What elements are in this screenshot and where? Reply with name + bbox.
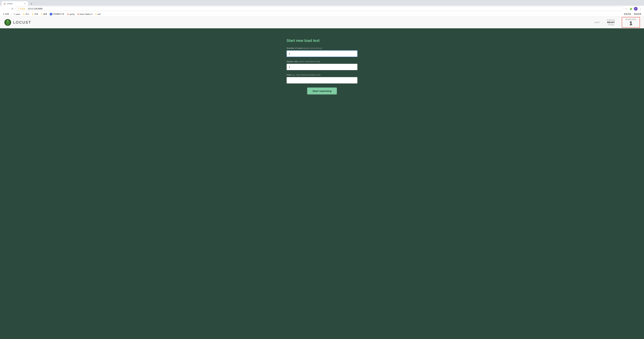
form-container: Start new load test Number of users (pea… — [286, 38, 358, 94]
bookmark-self[interactable]: 📁 self — [94, 13, 102, 16]
bookmark-searx[interactable]: 🔍 searx — [12, 13, 21, 16]
spawn-label: Spawn rate (users started/second) — [286, 60, 358, 63]
reading-list[interactable]: 阅读清单 — [633, 12, 642, 16]
main-content: Start new load test Number of users (pea… — [0, 28, 644, 339]
users-form-group: Number of users (peak concurrency) — [286, 47, 358, 57]
security-warning: ⚠ 不安全 — [18, 8, 25, 10]
penetrate-icon: 📁 — [41, 13, 43, 15]
active-tab[interactable]: 🦗 Locust ✕ — [1, 1, 28, 6]
hcm-icon: H — [50, 13, 52, 15]
host-label: HOST — [594, 22, 600, 24]
form-title: Start new load test — [286, 38, 358, 43]
reading-list-label: 阅读清单 — [634, 13, 641, 15]
searx-label: searx — [16, 13, 20, 15]
browser-actions: ☆ 🧩 Y ⋮ — [624, 7, 642, 11]
spawn-input[interactable] — [286, 64, 358, 70]
start-swarming-button[interactable]: Start swarming — [307, 88, 337, 94]
status-label: STATUS — [607, 19, 615, 21]
bookmark-notes-station[interactable]: 🔖 Notes Station 3 — [76, 13, 93, 16]
spawn-form-group: Spawn rate (users started/second) — [286, 60, 358, 70]
menu-button[interactable]: ⋮ — [638, 7, 642, 11]
users-label-text: Number of users — [286, 47, 303, 50]
bookmark-office[interactable]: 📁 办公 — [22, 12, 30, 16]
bookmarks-right: 其他书签 阅读清单 — [623, 12, 642, 16]
bookmark-star-button[interactable]: ☆ — [624, 7, 628, 11]
bookmark-hcm[interactable]: H HCM测试工具 — [49, 12, 65, 16]
bookmark-qyzhg[interactable]: 🔖 qyzhg — [66, 13, 76, 16]
bookmark-dev[interactable]: 📁 开发 — [31, 12, 39, 16]
forward-button[interactable]: › — [6, 7, 10, 11]
apps-label: 应用 — [5, 13, 9, 15]
searx-icon: 🔍 — [13, 13, 15, 15]
users-label: Number of users (peak concurrency) — [286, 47, 358, 50]
tab-title: Locust — [7, 2, 22, 4]
back-button[interactable]: ‹ — [2, 7, 6, 11]
workers-count: 1 — [626, 20, 636, 26]
office-label: 办公 — [26, 13, 29, 15]
browser-toolbar: ‹ › ↺ ⚠ 不安全 | 10.0.0.100:8089 ☆ 🧩 Y ⋮ — [0, 6, 644, 12]
users-label-muted: (peak concurrency) — [304, 47, 322, 50]
self-label: self — [98, 13, 100, 15]
office-icon: 📁 — [23, 13, 25, 15]
spawn-label-muted: (users started/second) — [298, 60, 320, 63]
bookmark-penetrate[interactable]: 📁 渗透 — [40, 12, 48, 16]
host-form-group: Host e.g. http://www.example.com) — [286, 74, 358, 84]
tab-close-button[interactable]: ✕ — [24, 2, 26, 5]
other-bookmarks[interactable]: 其他书签 — [623, 12, 632, 16]
users-input[interactable] — [286, 50, 358, 57]
hcm-label: HCM测试工具 — [53, 13, 64, 15]
bookmark-separator — [11, 13, 11, 16]
spawn-label-text: Spawn rate — [286, 60, 298, 63]
qyzhg-icon: 🔖 — [67, 13, 69, 15]
notes-icon: 🔖 — [77, 13, 79, 15]
app-header: LOCUST HOST STATUS READY 0 users WORKERS… — [0, 16, 644, 28]
bookmark-apps[interactable]: ⊞ 应用 — [2, 12, 10, 16]
apps-icon: ⊞ — [3, 13, 5, 15]
penetrate-label: 渗透 — [43, 13, 47, 15]
new-tab-button[interactable]: + — [30, 2, 34, 6]
logo-text: LOCUST — [13, 20, 31, 24]
bookmarks-bar: ⊞ 应用 🔍 searx 📁 办公 📁 开发 📁 渗透 H HCM测试工具 🔖 … — [0, 12, 644, 16]
qyzhg-label: qyzhg — [70, 13, 74, 15]
self-icon: 📁 — [95, 13, 97, 15]
nav-buttons: ‹ › ↺ — [2, 7, 14, 11]
profile-button[interactable]: Y — [634, 7, 638, 11]
host-label-text: Host — [286, 74, 291, 76]
notes-label: Notes Station 3 — [80, 13, 92, 15]
workers-box: WORKERS 1 — [622, 17, 640, 28]
separator: | — [26, 8, 27, 10]
dev-label: 开发 — [34, 13, 38, 15]
url-text: 10.0.0.100:8089 — [28, 8, 621, 10]
address-bar[interactable]: ⚠ 不安全 | 10.0.0.100:8089 — [16, 6, 623, 11]
host-stat: HOST — [594, 22, 600, 24]
host-form-label: Host e.g. http://www.example.com) — [286, 74, 358, 76]
status-stat: STATUS READY 0 users — [607, 19, 615, 26]
logo-icon — [4, 19, 12, 26]
other-bookmarks-label: 其他书签 — [624, 13, 631, 15]
host-input[interactable] — [286, 77, 358, 84]
status-sub: 0 users — [607, 24, 615, 26]
status-value: READY — [607, 21, 615, 24]
host-label-muted: e.g. http://www.example.com) — [292, 74, 320, 76]
dev-icon: 📁 — [32, 13, 34, 15]
tab-favicon: 🦗 — [4, 2, 6, 5]
logo-container: LOCUST — [4, 19, 31, 26]
header-right: HOST STATUS READY 0 users WORKERS 1 — [594, 17, 640, 28]
extension-button[interactable]: 🧩 — [629, 7, 633, 11]
tab-bar: 🦗 Locust ✕ + — [0, 0, 644, 6]
reload-button[interactable]: ↺ — [10, 7, 14, 11]
